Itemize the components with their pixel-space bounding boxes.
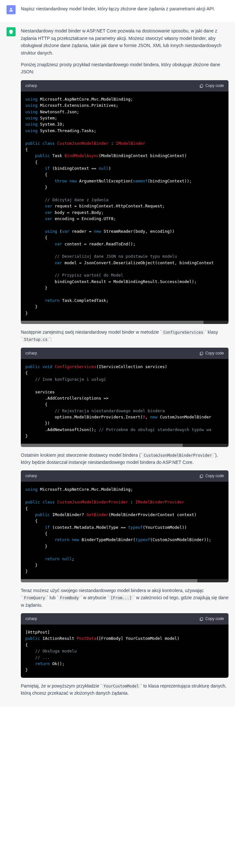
user-content: Napisz niestandardowy model binder, któr…: [21, 5, 229, 17]
assistant-message: Niestandardowy model binder w ASP.NET Co…: [0, 22, 235, 706]
svg-rect-2: [201, 475, 203, 478]
horizontal-scrollbar[interactable]: [21, 321, 229, 324]
user-message: Napisz niestandardowy model binder, któr…: [0, 0, 235, 22]
assistant-avatar: [6, 27, 16, 36]
svg-rect-3: [201, 617, 203, 620]
copy-label: Copy code: [205, 350, 224, 356]
code-lang: csharp: [25, 616, 37, 622]
para-5: Teraz możesz użyć swojego niestandardowe…: [21, 587, 229, 609]
code-content: [HttpPost] public IActionResult PostData…: [25, 629, 224, 673]
person-icon: [8, 7, 13, 12]
inline-code: YourCustomModel: [102, 684, 140, 689]
code-content: using Microsoft.AspNetCore.Mvc.ModelBind…: [25, 486, 224, 574]
inline-code: FromBody: [59, 595, 81, 600]
copy-button[interactable]: Copy code: [199, 83, 224, 89]
inline-code: CustomJsonModelBinderProvider: [142, 453, 213, 458]
para-6: Pamiętaj, że w powyższym przykładzie `Yo…: [21, 682, 229, 697]
copy-button[interactable]: Copy code: [199, 616, 224, 622]
ai-icon: [8, 29, 13, 34]
code-header: csharp Copy code: [21, 470, 229, 482]
code-block-4: csharp Copy code [HttpPost] public IActi…: [21, 613, 229, 678]
copy-button[interactable]: Copy code: [199, 350, 224, 356]
clipboard-icon: [199, 84, 203, 88]
code-lang: csharp: [25, 83, 37, 89]
para-1: Niestandardowy model binder w ASP.NET Co…: [21, 27, 229, 57]
svg-rect-0: [201, 84, 203, 87]
copy-button[interactable]: Copy code: [199, 473, 224, 479]
horizontal-scrollbar[interactable]: [21, 444, 229, 447]
code-content: using Microsoft.AspNetCore.Mvc.ModelBind…: [25, 96, 224, 316]
para-4: Ostatnim krokiem jest stworzenie dostawc…: [21, 452, 229, 466]
code-header: csharp Copy code: [21, 80, 229, 92]
para-2: Poniżej znajdziesz prosty przykład niest…: [21, 61, 229, 75]
inline-code: FromQuery: [23, 595, 47, 600]
user-text: Napisz niestandardowy model binder, któr…: [21, 5, 229, 12]
clipboard-icon: [199, 351, 203, 355]
scrollbar-thumb[interactable]: [21, 444, 183, 447]
code-block-1: csharp Copy code using Microsoft.AspNetC…: [21, 80, 229, 324]
horizontal-scrollbar[interactable]: [21, 579, 229, 582]
scrollbar-thumb[interactable]: [21, 579, 197, 582]
code-body[interactable]: using Microsoft.AspNetCore.Mvc.ModelBind…: [21, 92, 229, 321]
clipboard-icon: [199, 474, 203, 478]
svg-rect-1: [201, 352, 203, 355]
code-block-2: csharp Copy code public void ConfigureSe…: [21, 348, 229, 447]
copy-label: Copy code: [205, 473, 224, 479]
code-header: csharp Copy code: [21, 348, 229, 359]
code-body[interactable]: public void ConfigureServices(IServiceCo…: [21, 359, 229, 444]
code-lang: csharp: [25, 350, 37, 356]
assistant-content: Niestandardowy model binder w ASP.NET Co…: [21, 27, 229, 701]
clipboard-icon: [199, 617, 203, 621]
code-lang: csharp: [25, 473, 37, 479]
inline-code: ConfigureServices: [161, 330, 205, 335]
copy-label: Copy code: [205, 83, 224, 89]
code-block-3: csharp Copy code using Microsoft.AspNetC…: [21, 470, 229, 582]
para-3: Następnie zarejestruj swój niestandardow…: [21, 329, 229, 343]
inline-code: Startup.cs: [23, 337, 49, 342]
code-body[interactable]: [HttpPost] public IActionResult PostData…: [21, 624, 229, 678]
user-avatar: [6, 5, 16, 14]
scrollbar-thumb[interactable]: [21, 321, 203, 324]
code-body[interactable]: using Microsoft.AspNetCore.Mvc.ModelBind…: [21, 482, 229, 579]
inline-code: [From...]: [109, 595, 133, 600]
copy-label: Copy code: [205, 616, 224, 622]
code-header: csharp Copy code: [21, 613, 229, 624]
code-content: public void ConfigureServices(IServiceCo…: [25, 364, 224, 439]
